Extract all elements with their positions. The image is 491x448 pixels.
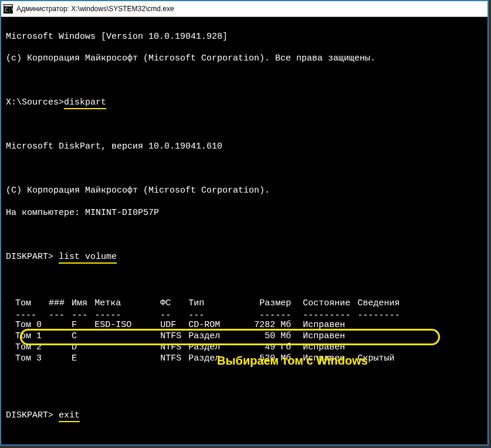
diskpart-banner: Microsoft DiskPart, версия 10.0.19041.61…: [6, 142, 483, 153]
col-size: Размер: [254, 298, 303, 309]
table-row-highlighted: Том 2 D NTFS Раздел 49 Гб Исправен: [15, 342, 407, 353]
col-hash: ###: [49, 298, 72, 309]
svg-rect-1: [4, 5, 12, 6]
col-label: Метка: [94, 298, 160, 309]
col-tom: Том: [15, 298, 49, 309]
diskpart-prompt: DISKPART>: [6, 410, 59, 420]
volume-table: Том ### Имя Метка ФС Тип Размер Состояни…: [15, 298, 407, 365]
diskpart-prompt-line: DISKPART> list volume: [6, 252, 483, 263]
terminal-content[interactable]: Microsoft Windows [Version 10.0.19041.92…: [1, 17, 487, 446]
table-row: Том 3 E NTFS Раздел 520 Мб Исправен Скры…: [15, 353, 407, 365]
cmd-icon: C:\: [4, 4, 13, 14]
titlebar[interactable]: C:\ Администратор: X:\windows\SYSTEM32\c…: [1, 1, 487, 17]
col-state: Состояние: [303, 298, 357, 309]
table-separator: ----------------------------------------…: [15, 309, 407, 321]
diskpart-host: На компьютере: MININT-DI0P57P: [6, 208, 483, 219]
table-row: Том 0 F ESD-ISO UDF CD-ROM 7282 Мб Испра…: [15, 320, 407, 331]
prompt: X:\Sources>: [6, 97, 64, 107]
prompt-line: X:\Sources>diskpart: [6, 97, 483, 109]
cmd-diskpart: diskpart: [64, 97, 106, 109]
volume-table-wrap: Том ### Имя Метка ФС Тип Размер Состояни…: [6, 285, 483, 400]
diskpart-prompt: DISKPART>: [6, 252, 59, 262]
col-type: Тип: [188, 298, 254, 309]
cmd-list-volume: list volume: [59, 252, 117, 264]
table-header-row: Том ### Имя Метка ФС Тип Размер Состояни…: [15, 298, 407, 309]
banner-line: Microsoft Windows [Version 10.0.19041.92…: [6, 32, 483, 43]
col-info: Сведения: [358, 298, 407, 309]
diskpart-prompt-line: DISKPART> exit: [6, 410, 483, 422]
col-fs: ФС: [160, 298, 188, 309]
cmd-window: C:\ Администратор: X:\windows\SYSTEM32\c…: [0, 0, 489, 446]
table-row: Том 1 C NTFS Раздел 50 Мб Исправен: [15, 331, 407, 342]
col-name: Имя: [72, 298, 94, 309]
window-title: Администратор: X:\windows\SYSTEM32\cmd.e…: [16, 5, 174, 14]
banner-line: (c) Корпорация Майкрософт (Microsoft Cor…: [6, 53, 483, 65]
svg-text:C:\: C:\: [5, 7, 13, 13]
cmd-exit: exit: [59, 410, 80, 422]
diskpart-copy: (C) Корпорация Майкрософт (Microsoft Cor…: [6, 186, 483, 197]
